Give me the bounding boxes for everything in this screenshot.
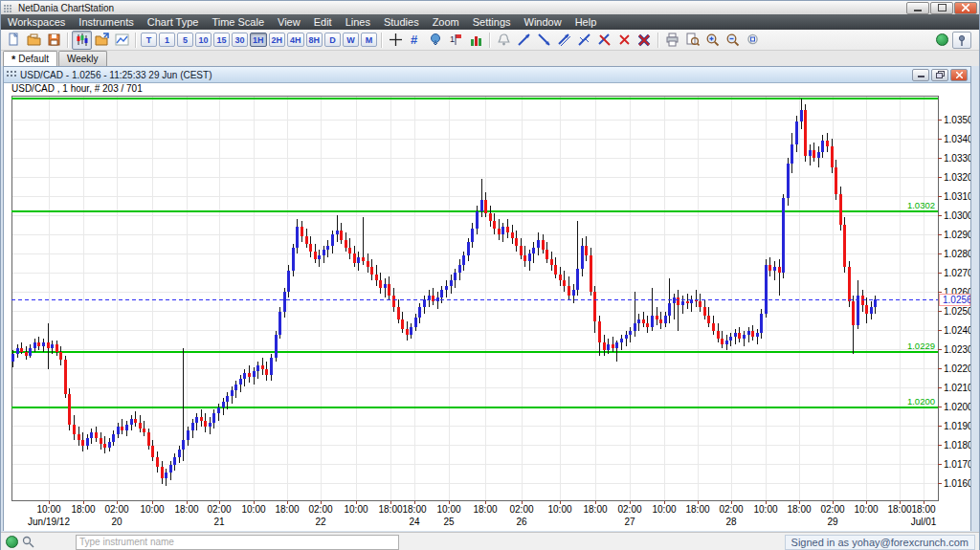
trend-line-extended-button[interactable] <box>534 31 554 50</box>
close-icon <box>962 4 969 11</box>
zoom-out-icon <box>725 33 740 47</box>
menu-help[interactable]: Help <box>568 14 604 30</box>
tab-default[interactable]: *Default <box>3 51 57 66</box>
menu-studies[interactable]: Studies <box>377 14 426 30</box>
new-chart-button[interactable] <box>92 31 112 50</box>
menu-edit[interactable]: Edit <box>307 14 339 30</box>
crosshair-icon <box>389 33 403 47</box>
save-workspace-button[interactable] <box>44 31 64 50</box>
svg-text:1.0190: 1.0190 <box>944 421 970 431</box>
svg-text:1.0290: 1.0290 <box>944 230 970 240</box>
timeframe-t-button[interactable]: T <box>141 33 157 47</box>
chart-restore-button[interactable] <box>931 69 948 81</box>
zoom-reset-button[interactable] <box>743 31 763 50</box>
minimize-button[interactable] <box>906 2 929 14</box>
level-label: 1.0229 <box>907 341 935 351</box>
toolbar-separator <box>657 33 659 48</box>
svg-text:1.0300: 1.0300 <box>944 210 970 221</box>
menu-zoom[interactable]: Zoom <box>426 14 466 30</box>
connection-status-icon <box>936 33 948 46</box>
menu-lines[interactable]: Lines <box>339 14 377 30</box>
trend-channel-icon <box>557 33 571 47</box>
svg-text:02:00: 02:00 <box>104 504 128 515</box>
delete-line-button[interactable] <box>614 31 635 50</box>
menu-window[interactable]: Window <box>518 14 568 30</box>
price-label-button[interactable]: 1 <box>446 31 466 50</box>
pin-icon <box>955 33 969 47</box>
svg-text:27: 27 <box>624 517 635 527</box>
menu-settings[interactable]: Settings <box>466 14 518 30</box>
svg-text:25: 25 <box>443 517 455 527</box>
trend-line-button[interactable] <box>514 31 534 50</box>
timeframe-4h-button[interactable]: 4H <box>287 33 304 47</box>
close-icon <box>956 72 963 78</box>
line-chart-mode-button[interactable] <box>112 31 132 50</box>
timeframe-2h-button[interactable]: 2H <box>269 33 286 47</box>
toolbar-separator <box>67 33 69 48</box>
svg-text:02:00: 02:00 <box>509 504 533 515</box>
svg-text:10:00: 10:00 <box>436 504 460 515</box>
zoom-reset-icon <box>746 33 760 47</box>
tab-weekly[interactable]: Weekly <box>58 51 107 66</box>
maximize-button[interactable] <box>930 2 953 14</box>
menu-instruments[interactable]: Instruments <box>72 14 140 30</box>
crosshair-button[interactable] <box>386 31 406 50</box>
svg-text:1.0250: 1.0250 <box>944 306 970 317</box>
timeframe-5-button[interactable]: 5 <box>177 33 193 47</box>
regression-line-button[interactable] <box>574 31 594 50</box>
svg-text:Jul/01: Jul/01 <box>911 517 937 527</box>
maximize-icon <box>938 4 947 11</box>
timeframe-1h-button[interactable]: 1H <box>250 33 267 47</box>
grid-icon: # <box>409 33 423 47</box>
window-grip-icon <box>7 71 16 79</box>
minimize-icon <box>918 72 924 77</box>
grid-button[interactable]: # <box>406 31 426 50</box>
timeframe-d-button[interactable]: D <box>324 33 341 47</box>
svg-text:Jun/19/12: Jun/19/12 <box>28 517 70 527</box>
timeframe-8h-button[interactable]: 8H <box>306 33 323 47</box>
pin-toolbar-button[interactable] <box>952 32 971 49</box>
menu-chart-type[interactable]: Chart Type <box>141 14 206 30</box>
edit-lines-button[interactable] <box>594 31 614 50</box>
chart-minimize-button[interactable] <box>912 69 929 81</box>
timeframe-1-button[interactable]: 1 <box>159 33 175 47</box>
chart-window-titlebar[interactable]: USD/CAD - 1.0256 - 11:25:33 29 Jun (CEST… <box>4 67 970 83</box>
workspace-tabbar: *DefaultWeekly <box>1 51 979 66</box>
print-button[interactable] <box>662 31 682 50</box>
svg-text:10:00: 10:00 <box>36 504 60 515</box>
trend-channel-button[interactable] <box>554 31 574 50</box>
open-workspace-button[interactable] <box>24 31 44 50</box>
candlestick-chart[interactable]: 1.03021.02291.02001.03501.03401.03301.03… <box>4 83 970 531</box>
timeframe-m-button[interactable]: M <box>361 33 377 47</box>
search-icon <box>22 536 34 548</box>
print-preview-button[interactable] <box>682 31 702 50</box>
svg-text:18:00: 18:00 <box>583 504 607 515</box>
instrument-search-input[interactable] <box>76 535 399 550</box>
zoom-in-button[interactable] <box>702 31 723 50</box>
menu-workspaces[interactable]: Workspaces <box>1 14 72 30</box>
window-title: NetDania ChartStation <box>18 3 114 13</box>
zoom-out-button[interactable] <box>723 31 743 50</box>
timeframe-15-button[interactable]: 15 <box>213 33 230 47</box>
menu-time-scale[interactable]: Time Scale <box>205 14 271 30</box>
timeframe-10-button[interactable]: 10 <box>195 33 212 47</box>
close-button[interactable] <box>954 2 977 14</box>
volume-bars-button[interactable] <box>466 31 486 50</box>
timeframe-30-button[interactable]: 30 <box>232 33 248 47</box>
alert-bell-button[interactable] <box>494 31 514 50</box>
svg-text:1.0170: 1.0170 <box>944 459 970 470</box>
svg-text:1.0240: 1.0240 <box>944 325 970 336</box>
timeframe-w-button[interactable]: W <box>343 33 359 47</box>
new-workspace-button[interactable] <box>4 31 24 50</box>
candlestick-chart-mode-button[interactable] <box>72 31 92 50</box>
svg-text:18:00: 18:00 <box>685 504 709 515</box>
delete-all-lines-icon <box>637 33 652 47</box>
chart-close-button[interactable] <box>950 69 968 81</box>
delete-all-lines-button[interactable] <box>635 31 655 50</box>
svg-text:10:00: 10:00 <box>652 504 676 515</box>
announcements-button[interactable] <box>426 31 446 50</box>
announcements-icon <box>429 33 443 47</box>
regression-line-icon <box>577 33 591 47</box>
menu-view[interactable]: View <box>271 14 307 30</box>
svg-text:1.0350: 1.0350 <box>944 115 970 125</box>
